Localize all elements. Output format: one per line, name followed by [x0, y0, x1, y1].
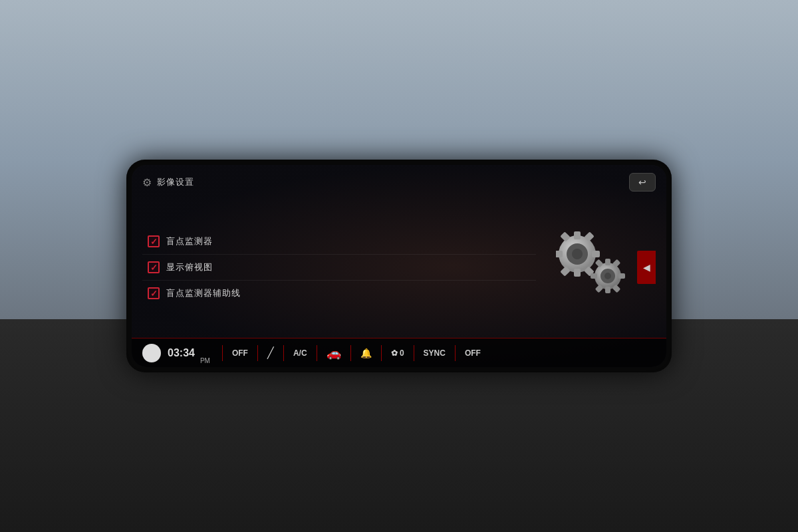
status-bell[interactable]: 🔔 — [358, 348, 374, 358]
svg-rect-4 — [574, 269, 581, 277]
menu-item-thumbnail[interactable]: ✓ 显示俯视图 — [142, 255, 536, 281]
checkbox-blind-spot[interactable]: ✓ — [148, 235, 160, 247]
screen-display: ⚙ 影像设置 ↩ ✓ 盲点监测器 — [132, 165, 666, 367]
ac-label: A/C — [293, 348, 307, 358]
status-sync[interactable]: SYNC — [421, 348, 448, 358]
screen-header: ⚙ 影像设置 ↩ — [132, 165, 666, 197]
off2-label: OFF — [465, 348, 481, 358]
status-divider-7 — [414, 345, 414, 361]
status-circle-icon — [142, 344, 161, 362]
status-off1[interactable]: OFF — [229, 348, 251, 358]
checkbox-thumbnail[interactable]: ✓ — [148, 261, 160, 273]
check-mark: ✓ — [150, 237, 158, 246]
svg-rect-5 — [592, 251, 600, 257]
back-icon: ↩ — [638, 177, 646, 188]
nav-arrow-left[interactable]: ◀ — [637, 251, 656, 284]
status-bar: 03:34 PM OFF ╱ A/C 🚗 — [132, 338, 666, 367]
car-infotainment-screen: ⚙ 影像设置 ↩ ✓ 盲点监测器 — [126, 160, 672, 372]
svg-point-13 — [604, 273, 611, 279]
menu-label-blind-spot: 盲点监测器 — [166, 235, 213, 247]
settings-icon: ⚙ — [142, 176, 152, 189]
back-button[interactable]: ↩ — [629, 173, 656, 192]
menu-list: ✓ 盲点监测器 ✓ 显示俯视图 ✓ 盲点监测器辅助 — [142, 197, 536, 338]
svg-rect-6 — [556, 251, 563, 257]
menu-item-blind-spot[interactable]: ✓ 盲点监测器 — [142, 229, 536, 255]
status-divider-8 — [455, 345, 456, 361]
sync-label: SYNC — [424, 348, 446, 358]
status-ampm: PM — [200, 357, 210, 364]
svg-rect-17 — [591, 273, 597, 279]
svg-rect-15 — [605, 287, 610, 293]
status-wiper[interactable]: ╱ — [265, 346, 277, 359]
fan-label: ✿ 0 — [391, 348, 404, 358]
screen-title: 影像设置 — [157, 176, 194, 188]
header-left: ⚙ 影像设置 — [142, 176, 194, 189]
status-car[interactable]: 🚗 — [324, 346, 344, 360]
gears-illustration — [556, 231, 636, 304]
status-divider-4 — [317, 345, 317, 361]
status-time: 03:34 — [168, 347, 195, 359]
status-divider-6 — [381, 345, 382, 361]
wiper-icon: ╱ — [267, 346, 274, 359]
status-ac[interactable]: A/C — [291, 348, 310, 358]
off1-label: OFF — [232, 348, 248, 358]
check-mark-2: ✓ — [150, 263, 158, 272]
status-divider-3 — [283, 345, 284, 361]
menu-label-guide-lines: 盲点监测器辅助线 — [166, 287, 241, 299]
svg-rect-14 — [605, 259, 610, 265]
check-mark-3: ✓ — [150, 289, 158, 298]
menu-label-thumbnail: 显示俯视图 — [166, 261, 213, 273]
screen-content-area: ⚙ 影像设置 ↩ ✓ 盲点监测器 — [132, 165, 666, 367]
menu-area: ✓ 盲点监测器 ✓ 显示俯视图 ✓ 盲点监测器辅助 — [132, 197, 666, 338]
svg-rect-16 — [618, 273, 625, 279]
status-divider-5 — [350, 345, 351, 361]
status-fan[interactable]: ✿ 0 — [388, 348, 407, 358]
right-graphic-area: ◀ — [536, 197, 656, 338]
car-icon: 🚗 — [327, 346, 341, 360]
svg-rect-3 — [574, 231, 581, 239]
status-divider-2 — [257, 345, 258, 361]
arrow-left-icon: ◀ — [643, 262, 650, 273]
status-off2[interactable]: OFF — [462, 348, 483, 358]
menu-item-guide-lines[interactable]: ✓ 盲点监测器辅助线 — [142, 281, 536, 306]
bell-icon: 🔔 — [360, 348, 372, 358]
status-divider-1 — [222, 345, 223, 361]
svg-point-2 — [572, 249, 583, 259]
checkbox-guide-lines[interactable]: ✓ — [148, 287, 160, 299]
